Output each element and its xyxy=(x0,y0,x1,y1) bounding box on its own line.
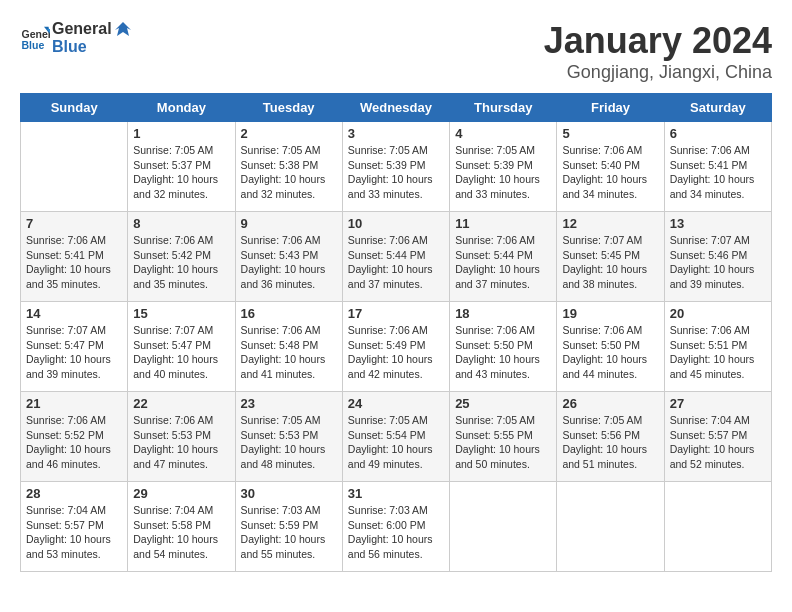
week-row-4: 28Sunrise: 7:04 AMSunset: 5:57 PMDayligh… xyxy=(21,482,772,572)
logo: General Blue General Blue xyxy=(20,20,134,56)
day-number: 16 xyxy=(241,306,337,321)
day-number: 18 xyxy=(455,306,551,321)
day-number: 21 xyxy=(26,396,122,411)
day-cell: 7Sunrise: 7:06 AMSunset: 5:41 PMDaylight… xyxy=(21,212,128,302)
day-number: 28 xyxy=(26,486,122,501)
col-friday: Friday xyxy=(557,94,664,122)
day-info: Sunrise: 7:06 AMSunset: 5:53 PMDaylight:… xyxy=(133,413,229,472)
svg-marker-5 xyxy=(115,22,131,36)
day-cell xyxy=(450,482,557,572)
day-number: 24 xyxy=(348,396,444,411)
day-cell: 27Sunrise: 7:04 AMSunset: 5:57 PMDayligh… xyxy=(664,392,771,482)
day-number: 12 xyxy=(562,216,658,231)
day-number: 1 xyxy=(133,126,229,141)
calendar-subtitle: Gongjiang, Jiangxi, China xyxy=(544,62,772,83)
day-cell: 30Sunrise: 7:03 AMSunset: 5:59 PMDayligh… xyxy=(235,482,342,572)
day-number: 5 xyxy=(562,126,658,141)
day-info: Sunrise: 7:05 AMSunset: 5:55 PMDaylight:… xyxy=(455,413,551,472)
logo-general-text: General xyxy=(52,20,112,37)
day-cell xyxy=(557,482,664,572)
day-info: Sunrise: 7:05 AMSunset: 5:39 PMDaylight:… xyxy=(455,143,551,202)
day-cell: 8Sunrise: 7:06 AMSunset: 5:42 PMDaylight… xyxy=(128,212,235,302)
day-number: 22 xyxy=(133,396,229,411)
col-wednesday: Wednesday xyxy=(342,94,449,122)
svg-text:Blue: Blue xyxy=(22,39,45,51)
day-cell: 1Sunrise: 7:05 AMSunset: 5:37 PMDaylight… xyxy=(128,122,235,212)
day-cell: 25Sunrise: 7:05 AMSunset: 5:55 PMDayligh… xyxy=(450,392,557,482)
day-number: 11 xyxy=(455,216,551,231)
svg-text:General: General xyxy=(22,28,51,40)
day-cell: 26Sunrise: 7:05 AMSunset: 5:56 PMDayligh… xyxy=(557,392,664,482)
day-number: 10 xyxy=(348,216,444,231)
col-sunday: Sunday xyxy=(21,94,128,122)
day-info: Sunrise: 7:07 AMSunset: 5:47 PMDaylight:… xyxy=(26,323,122,382)
col-thursday: Thursday xyxy=(450,94,557,122)
day-cell: 4Sunrise: 7:05 AMSunset: 5:39 PMDaylight… xyxy=(450,122,557,212)
day-number: 13 xyxy=(670,216,766,231)
day-cell: 6Sunrise: 7:06 AMSunset: 5:41 PMDaylight… xyxy=(664,122,771,212)
day-info: Sunrise: 7:06 AMSunset: 5:52 PMDaylight:… xyxy=(26,413,122,472)
day-info: Sunrise: 7:05 AMSunset: 5:37 PMDaylight:… xyxy=(133,143,229,202)
day-info: Sunrise: 7:05 AMSunset: 5:38 PMDaylight:… xyxy=(241,143,337,202)
day-cell: 3Sunrise: 7:05 AMSunset: 5:39 PMDaylight… xyxy=(342,122,449,212)
day-cell: 16Sunrise: 7:06 AMSunset: 5:48 PMDayligh… xyxy=(235,302,342,392)
logo-bird-icon xyxy=(113,20,133,40)
day-info: Sunrise: 7:06 AMSunset: 5:41 PMDaylight:… xyxy=(670,143,766,202)
day-cell: 17Sunrise: 7:06 AMSunset: 5:49 PMDayligh… xyxy=(342,302,449,392)
day-info: Sunrise: 7:06 AMSunset: 5:51 PMDaylight:… xyxy=(670,323,766,382)
day-cell: 12Sunrise: 7:07 AMSunset: 5:45 PMDayligh… xyxy=(557,212,664,302)
page-header: General Blue General Blue January 2024 G… xyxy=(20,20,772,83)
day-number: 6 xyxy=(670,126,766,141)
day-cell: 11Sunrise: 7:06 AMSunset: 5:44 PMDayligh… xyxy=(450,212,557,302)
day-number: 17 xyxy=(348,306,444,321)
day-info: Sunrise: 7:05 AMSunset: 5:56 PMDaylight:… xyxy=(562,413,658,472)
col-monday: Monday xyxy=(128,94,235,122)
day-number: 19 xyxy=(562,306,658,321)
day-number: 2 xyxy=(241,126,337,141)
day-cell xyxy=(21,122,128,212)
day-number: 30 xyxy=(241,486,337,501)
col-saturday: Saturday xyxy=(664,94,771,122)
day-number: 14 xyxy=(26,306,122,321)
day-info: Sunrise: 7:06 AMSunset: 5:40 PMDaylight:… xyxy=(562,143,658,202)
day-info: Sunrise: 7:06 AMSunset: 5:48 PMDaylight:… xyxy=(241,323,337,382)
day-cell: 20Sunrise: 7:06 AMSunset: 5:51 PMDayligh… xyxy=(664,302,771,392)
day-cell: 21Sunrise: 7:06 AMSunset: 5:52 PMDayligh… xyxy=(21,392,128,482)
day-cell: 9Sunrise: 7:06 AMSunset: 5:43 PMDaylight… xyxy=(235,212,342,302)
logo-icon: General Blue xyxy=(20,23,50,53)
day-cell: 2Sunrise: 7:05 AMSunset: 5:38 PMDaylight… xyxy=(235,122,342,212)
day-cell: 22Sunrise: 7:06 AMSunset: 5:53 PMDayligh… xyxy=(128,392,235,482)
day-info: Sunrise: 7:06 AMSunset: 5:44 PMDaylight:… xyxy=(455,233,551,292)
week-row-3: 21Sunrise: 7:06 AMSunset: 5:52 PMDayligh… xyxy=(21,392,772,482)
day-info: Sunrise: 7:06 AMSunset: 5:41 PMDaylight:… xyxy=(26,233,122,292)
week-row-1: 7Sunrise: 7:06 AMSunset: 5:41 PMDaylight… xyxy=(21,212,772,302)
day-number: 31 xyxy=(348,486,444,501)
day-info: Sunrise: 7:04 AMSunset: 5:57 PMDaylight:… xyxy=(26,503,122,562)
day-info: Sunrise: 7:03 AMSunset: 6:00 PMDaylight:… xyxy=(348,503,444,562)
calendar-table: Sunday Monday Tuesday Wednesday Thursday… xyxy=(20,93,772,572)
col-tuesday: Tuesday xyxy=(235,94,342,122)
week-row-0: 1Sunrise: 7:05 AMSunset: 5:37 PMDaylight… xyxy=(21,122,772,212)
day-cell: 23Sunrise: 7:05 AMSunset: 5:53 PMDayligh… xyxy=(235,392,342,482)
day-cell: 29Sunrise: 7:04 AMSunset: 5:58 PMDayligh… xyxy=(128,482,235,572)
day-number: 20 xyxy=(670,306,766,321)
day-cell: 13Sunrise: 7:07 AMSunset: 5:46 PMDayligh… xyxy=(664,212,771,302)
day-info: Sunrise: 7:06 AMSunset: 5:43 PMDaylight:… xyxy=(241,233,337,292)
day-cell: 28Sunrise: 7:04 AMSunset: 5:57 PMDayligh… xyxy=(21,482,128,572)
calendar-title: January 2024 xyxy=(544,20,772,62)
day-number: 27 xyxy=(670,396,766,411)
day-info: Sunrise: 7:07 AMSunset: 5:46 PMDaylight:… xyxy=(670,233,766,292)
day-cell: 19Sunrise: 7:06 AMSunset: 5:50 PMDayligh… xyxy=(557,302,664,392)
day-cell: 14Sunrise: 7:07 AMSunset: 5:47 PMDayligh… xyxy=(21,302,128,392)
title-section: January 2024 Gongjiang, Jiangxi, China xyxy=(544,20,772,83)
day-cell: 18Sunrise: 7:06 AMSunset: 5:50 PMDayligh… xyxy=(450,302,557,392)
day-info: Sunrise: 7:05 AMSunset: 5:39 PMDaylight:… xyxy=(348,143,444,202)
day-info: Sunrise: 7:06 AMSunset: 5:44 PMDaylight:… xyxy=(348,233,444,292)
header-row: Sunday Monday Tuesday Wednesday Thursday… xyxy=(21,94,772,122)
day-cell xyxy=(664,482,771,572)
day-number: 25 xyxy=(455,396,551,411)
day-cell: 15Sunrise: 7:07 AMSunset: 5:47 PMDayligh… xyxy=(128,302,235,392)
day-number: 3 xyxy=(348,126,444,141)
day-info: Sunrise: 7:06 AMSunset: 5:42 PMDaylight:… xyxy=(133,233,229,292)
day-info: Sunrise: 7:07 AMSunset: 5:45 PMDaylight:… xyxy=(562,233,658,292)
